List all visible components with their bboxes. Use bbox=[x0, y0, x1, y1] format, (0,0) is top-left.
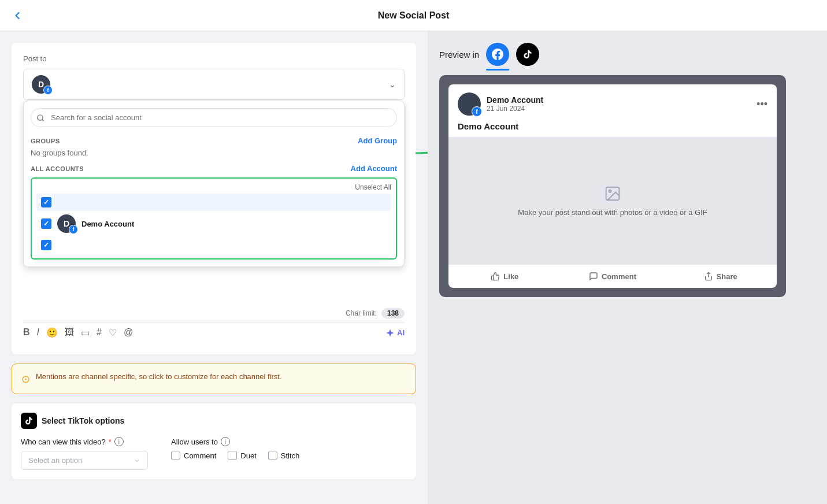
right-panel: Preview in f bbox=[428, 31, 827, 504]
toolbar-left: B I 🙂 🖼 ▭ # ♡ @ bbox=[23, 327, 133, 338]
preview-wrapper: f Demo Account 21 Jun 2024 ••• Demo Acco… bbox=[439, 75, 786, 297]
who-can-view-label: Who can view this video? * i bbox=[21, 437, 148, 446]
bold-icon[interactable]: B bbox=[23, 327, 30, 338]
who-can-view-group: Who can view this video? * i Select an o… bbox=[21, 437, 148, 470]
checkbox-3[interactable] bbox=[41, 240, 51, 250]
emoji-icon[interactable]: 🙂 bbox=[46, 327, 58, 338]
duet-checkbox[interactable] bbox=[228, 451, 237, 460]
select-chevron-icon bbox=[133, 457, 140, 464]
mention-icon[interactable]: @ bbox=[124, 327, 133, 338]
comment-icon bbox=[589, 272, 598, 281]
preview-label: Preview in bbox=[439, 50, 479, 60]
duet-label: Duet bbox=[240, 451, 256, 460]
account-selector[interactable]: D f ⌄ bbox=[23, 69, 405, 100]
select-option-placeholder: Select an option bbox=[28, 456, 82, 465]
all-accounts-label: ALL ACCOUNTS bbox=[31, 165, 84, 172]
select-option-dropdown[interactable]: Select an option bbox=[21, 451, 148, 470]
green-arrow-indicator bbox=[410, 124, 428, 159]
tiktok-icon bbox=[21, 413, 37, 429]
chevron-down-icon: ⌄ bbox=[389, 80, 396, 89]
like-button[interactable]: Like bbox=[451, 267, 559, 286]
stitch-label: Stitch bbox=[281, 451, 300, 460]
account-dropdown: GROUPS Add Group No groups found. ALL AC… bbox=[23, 101, 405, 267]
checkboxes-row: Comment Duet Stitch bbox=[171, 451, 299, 460]
search-input[interactable] bbox=[31, 108, 397, 127]
svg-line-1 bbox=[42, 119, 44, 121]
tiktok-header: Select TikTok options bbox=[21, 413, 407, 429]
warning-banner: ⊙ Mentions are channel specific, so clic… bbox=[12, 364, 416, 394]
account-name-demo: Demo Account bbox=[81, 220, 134, 228]
fb-preview-media: Make your post stand out with photos or … bbox=[448, 137, 777, 264]
unselect-all-row: Unselect All bbox=[36, 183, 391, 191]
media-placeholder-text: Make your post stand out with photos or … bbox=[518, 208, 707, 217]
share-label: Share bbox=[717, 272, 737, 281]
groups-header: GROUPS Add Group bbox=[31, 136, 397, 145]
ai-icon bbox=[385, 328, 395, 338]
heart-icon[interactable]: ♡ bbox=[109, 327, 117, 338]
post-to-label: Post to bbox=[23, 54, 405, 63]
tiktok-tab-icon bbox=[522, 49, 533, 60]
tiktok-title: Select TikTok options bbox=[42, 416, 124, 425]
share-button[interactable]: Share bbox=[666, 267, 774, 286]
groups-label: GROUPS bbox=[31, 138, 60, 144]
demo-avatar: D f bbox=[57, 214, 76, 233]
ai-button[interactable]: AI bbox=[385, 328, 405, 338]
checkbox-demo[interactable] bbox=[41, 218, 51, 229]
hashtag-icon[interactable]: # bbox=[97, 327, 102, 338]
video-icon[interactable]: ▭ bbox=[81, 327, 90, 338]
required-asterisk: * bbox=[109, 438, 112, 446]
unselect-all-button[interactable]: Unselect All bbox=[355, 183, 391, 191]
search-wrap bbox=[31, 108, 397, 127]
image-icon[interactable]: 🖼 bbox=[65, 327, 74, 338]
avatar: D f bbox=[32, 75, 50, 94]
tiktok-section: Select TikTok options Who can view this … bbox=[12, 403, 416, 479]
comment-label: Comment bbox=[184, 451, 216, 460]
checkbox-1[interactable] bbox=[41, 197, 51, 207]
search-icon bbox=[36, 114, 44, 122]
main-layout: Post to D f ⌄ bbox=[0, 31, 827, 504]
facebook-icon bbox=[492, 49, 503, 60]
comment-checkbox-item[interactable]: Comment bbox=[171, 451, 216, 460]
info-icon-allow[interactable]: i bbox=[221, 437, 230, 446]
duet-checkbox-item[interactable]: Duet bbox=[228, 451, 256, 460]
tab-tiktok[interactable] bbox=[516, 43, 539, 66]
comment-button[interactable]: Comment bbox=[559, 267, 667, 286]
no-groups-text: No groups found. bbox=[31, 149, 397, 157]
demo-fb-badge: f bbox=[69, 225, 78, 234]
warning-icon: ⊙ bbox=[21, 373, 30, 386]
media-placeholder-icon bbox=[604, 185, 621, 202]
info-icon-view[interactable]: i bbox=[114, 437, 124, 446]
allow-users-group: Allow users to i Comment Duet bbox=[171, 437, 299, 460]
fb-post-date: 21 Jun 2024 bbox=[487, 105, 543, 113]
allow-users-label: Allow users to i bbox=[171, 437, 299, 446]
account-row-1[interactable] bbox=[36, 194, 391, 211]
comment-label: Comment bbox=[602, 272, 636, 281]
all-accounts-header: ALL ACCOUNTS Add Account bbox=[31, 164, 397, 173]
fb-more-options-icon[interactable]: ••• bbox=[756, 98, 767, 110]
warning-text: Mentions are channel specific, so click … bbox=[36, 372, 282, 381]
page-title: New Social Post bbox=[378, 10, 450, 21]
add-group-button[interactable]: Add Group bbox=[358, 136, 397, 145]
char-limit-row: Char limit: 138 bbox=[23, 308, 405, 318]
comment-checkbox[interactable] bbox=[171, 451, 180, 460]
fb-preview-account: f Demo Account 21 Jun 2024 bbox=[458, 92, 543, 116]
stitch-checkbox[interactable] bbox=[268, 451, 277, 460]
account-row-3[interactable] bbox=[36, 236, 391, 254]
fb-preview-avatar: f bbox=[458, 92, 481, 116]
post-to-card: Post to D f ⌄ bbox=[12, 43, 416, 354]
fb-preview-badge: f bbox=[472, 106, 482, 117]
stitch-checkbox-item[interactable]: Stitch bbox=[268, 451, 300, 460]
tab-facebook[interactable] bbox=[486, 43, 509, 66]
preview-header: Preview in bbox=[439, 43, 815, 66]
account-row-demo[interactable]: D f Demo Account bbox=[36, 211, 391, 236]
like-label: Like bbox=[503, 272, 518, 281]
share-icon bbox=[704, 272, 713, 281]
facebook-badge: f bbox=[43, 86, 53, 95]
selector-left: D f bbox=[32, 75, 50, 94]
add-account-button[interactable]: Add Account bbox=[351, 164, 397, 173]
back-button[interactable] bbox=[12, 10, 23, 21]
char-limit-value: 138 bbox=[381, 308, 405, 318]
char-limit-label: Char limit: bbox=[346, 309, 377, 317]
italic-icon[interactable]: I bbox=[37, 327, 39, 338]
fb-preview-text: Demo Account bbox=[448, 116, 777, 137]
